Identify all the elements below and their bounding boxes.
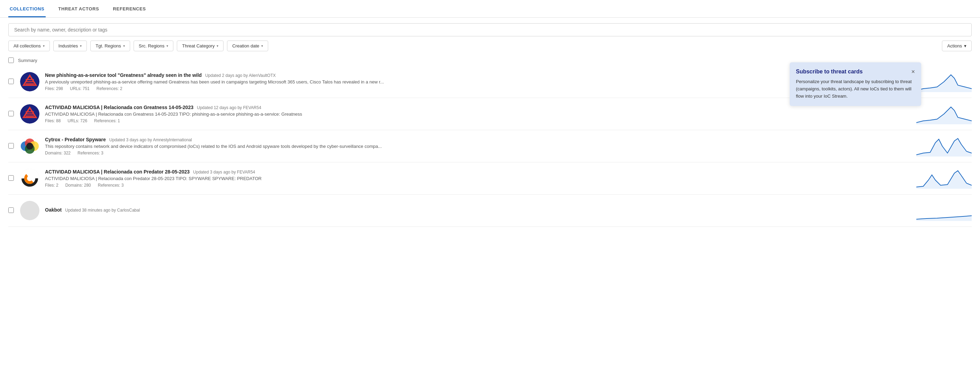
filter-btn-threat-category[interactable]: Threat Category▾ xyxy=(177,40,224,51)
chevron-down-icon: ▾ xyxy=(80,44,82,48)
item-title-2[interactable]: Cytrox - Predator SpywareUpdated 3 days … xyxy=(45,137,911,142)
meta-item: References: 3 xyxy=(78,151,103,155)
svg-point-15 xyxy=(26,143,33,150)
item-checkbox-2[interactable] xyxy=(8,143,14,148)
item-content-3: ACTIVIDAD MALICIOSA | Relacionada con Pr… xyxy=(45,169,911,188)
item-updated-3: Updated 3 days ago by FEVAR54 xyxy=(193,170,255,174)
tab-threat-actors[interactable]: THREAT ACTORS xyxy=(57,0,100,17)
subscribe-card-title: Subscribe to threat cards xyxy=(796,69,863,75)
meta-item: Files: 88 xyxy=(45,118,60,123)
list-item: ACTIVIDAD MALICIOSA | Relacionada con Pr… xyxy=(8,163,972,195)
actions-label: Actions xyxy=(947,43,962,48)
avatar-greatness xyxy=(20,104,40,124)
list-container: Subscribe to threat cards × Personalize … xyxy=(0,66,980,227)
item-description-1: ACTIVIDAD MALICIOSA | Relacionada con Gr… xyxy=(45,112,443,117)
subscribe-card-header: Subscribe to threat cards × xyxy=(796,69,915,75)
item-checkbox-4[interactable] xyxy=(8,207,14,213)
avatar-greatness xyxy=(20,72,40,91)
item-title-text-2: Cytrox - Predator Spyware xyxy=(45,137,106,142)
meta-item: URLs: 751 xyxy=(70,86,90,91)
subscribe-card: Subscribe to threat cards × Personalize … xyxy=(790,62,921,106)
meta-item: Files: 298 xyxy=(45,86,63,91)
meta-item: Files: 2 xyxy=(45,183,59,188)
filter-btn-tgt-regions[interactable]: Tgt. Regions▾ xyxy=(90,40,130,51)
avatar-oakbot xyxy=(20,201,40,220)
filter-btn-industries[interactable]: Industries▾ xyxy=(53,40,87,51)
chevron-down-icon: ▾ xyxy=(167,44,168,48)
item-meta-1: Files: 88URLs: 726References: 1 xyxy=(45,118,911,123)
item-checkbox-0[interactable] xyxy=(8,78,14,84)
filter-label-src-regions: Src. Regions xyxy=(139,43,164,48)
filter-label-tgt-regions: Tgt. Regions xyxy=(95,43,121,48)
item-title-text-1: ACTIVIDAD MALICIOSA | Relacionada con Gr… xyxy=(45,105,193,110)
item-chart-1 xyxy=(916,104,972,124)
item-meta-0: Files: 298URLs: 751References: 2 xyxy=(45,86,911,91)
avatar-predator xyxy=(20,169,40,188)
list-item: OakbotUpdated 38 minutes ago by CarlosCa… xyxy=(8,195,972,227)
search-bar-row xyxy=(0,18,980,37)
item-content-0: New phishing-as-a-service tool "Greatnes… xyxy=(45,72,911,91)
item-title-text-0: New phishing-as-a-service tool "Greatnes… xyxy=(45,72,202,78)
filter-label-threat-category: Threat Category xyxy=(182,43,215,48)
item-chart-4 xyxy=(916,200,972,221)
avatar-cytrox xyxy=(20,136,40,156)
list-item: Cytrox - Predator SpywareUpdated 3 days … xyxy=(8,130,972,163)
item-title-4[interactable]: OakbotUpdated 38 minutes ago by CarlosCa… xyxy=(45,207,911,212)
filter-label-all-collections: All collections xyxy=(13,43,41,48)
filters-row: All collections▾Industries▾Tgt. Regions▾… xyxy=(0,37,980,56)
search-input[interactable] xyxy=(8,23,972,37)
item-title-1[interactable]: ACTIVIDAD MALICIOSA | Relacionada con Gr… xyxy=(45,105,911,110)
item-title-0[interactable]: New phishing-as-a-service tool "Greatnes… xyxy=(45,72,911,78)
tabs-bar: COLLECTIONSTHREAT ACTORSREFERENCES xyxy=(0,0,980,18)
meta-item: Domains: 280 xyxy=(65,183,91,188)
meta-item: References: 3 xyxy=(98,183,124,188)
item-description-0: A previously unreported phishing-as-a-se… xyxy=(45,79,443,85)
item-updated-0: Updated 2 days ago by AlienVaultOTX xyxy=(205,73,276,78)
item-chart-2 xyxy=(916,136,972,156)
item-updated-1: Updated 12 days ago by FEVAR54 xyxy=(197,105,261,110)
actions-button[interactable]: Actions▾ xyxy=(942,40,972,51)
item-meta-3: Files: 2Domains: 280References: 3 xyxy=(45,183,911,188)
item-chart-0 xyxy=(916,71,972,92)
summary-label: Summary xyxy=(18,58,37,63)
svg-point-19 xyxy=(20,201,40,220)
item-description-2: This repository contains network and dev… xyxy=(45,144,443,149)
meta-item: Domains: 322 xyxy=(45,151,71,155)
item-checkbox-3[interactable] xyxy=(8,175,14,181)
filter-label-industries: Industries xyxy=(59,43,78,48)
meta-item: URLs: 726 xyxy=(67,118,87,123)
chevron-down-icon: ▾ xyxy=(43,44,45,48)
item-content-2: Cytrox - Predator SpywareUpdated 3 days … xyxy=(45,137,911,155)
chevron-down-icon: ▾ xyxy=(261,44,263,48)
filter-btn-src-regions[interactable]: Src. Regions▾ xyxy=(134,40,173,51)
subscribe-card-close-button[interactable]: × xyxy=(911,69,915,75)
item-content-1: ACTIVIDAD MALICIOSA | Relacionada con Gr… xyxy=(45,105,911,123)
tab-references[interactable]: REFERENCES xyxy=(111,0,147,17)
filter-btn-all-collections[interactable]: All collections▾ xyxy=(8,40,50,51)
item-title-text-3: ACTIVIDAD MALICIOSA | Relacionada con Pr… xyxy=(45,169,189,174)
item-checkbox-1[interactable] xyxy=(8,111,14,116)
select-all-checkbox[interactable] xyxy=(8,57,14,63)
chevron-down-icon: ▾ xyxy=(964,43,967,48)
chevron-down-icon: ▾ xyxy=(123,44,125,48)
subscribe-card-body: Personalize your threat landscape by sub… xyxy=(796,78,915,100)
meta-item: References: 1 xyxy=(94,118,120,123)
tab-collections[interactable]: COLLECTIONS xyxy=(8,0,46,17)
filter-btn-creation-date[interactable]: Creation date▾ xyxy=(227,40,268,51)
chevron-down-icon: ▾ xyxy=(216,44,218,48)
item-updated-4: Updated 38 minutes ago by CarlosCabal xyxy=(65,208,140,212)
item-title-3[interactable]: ACTIVIDAD MALICIOSA | Relacionada con Pr… xyxy=(45,169,911,174)
meta-item: References: 2 xyxy=(97,86,123,91)
filter-label-creation-date: Creation date xyxy=(232,43,259,48)
item-content-4: OakbotUpdated 38 minutes ago by CarlosCa… xyxy=(45,207,911,214)
item-description-3: ACTIVIDAD MALICIOSA | Relacionada con Pr… xyxy=(45,176,443,181)
item-meta-2: Domains: 322References: 3 xyxy=(45,151,911,155)
item-title-text-4: Oakbot xyxy=(45,207,62,212)
item-updated-2: Updated 3 days ago by AmnestyInternation… xyxy=(109,137,192,142)
item-chart-3 xyxy=(916,168,972,189)
